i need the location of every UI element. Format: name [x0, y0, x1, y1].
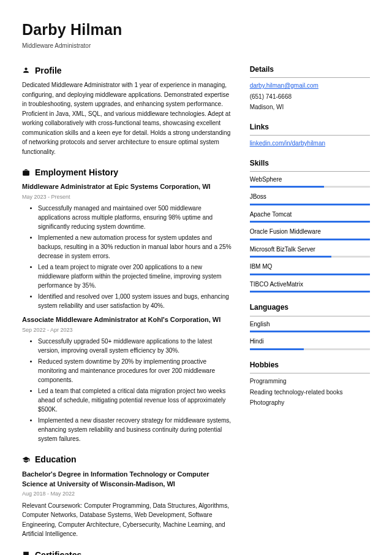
main-column: Profile Dedicated Middleware Administrat… [22, 64, 233, 555]
job-bullet: Successfully managed and maintained over… [38, 204, 233, 231]
details-head: Details [250, 64, 370, 78]
location: Madison, WI [250, 103, 370, 112]
job-entry: Associate Middleware Administrator at Ko… [22, 315, 233, 443]
language: Hindi [250, 337, 370, 350]
skill-bar [250, 221, 370, 223]
skill-bar-fill [250, 291, 370, 293]
skill-name: IBM MQ [250, 262, 370, 272]
language-bar-fill [250, 348, 304, 350]
job-bullet: Led a team project to migrate over 200 a… [38, 262, 233, 290]
language-name: Hindi [250, 337, 370, 346]
job-bullet: Implemented a new disaster recovery stra… [38, 416, 233, 443]
job-bullet: Led a team that completed a critical dat… [38, 386, 233, 414]
skill-bar [250, 256, 370, 258]
skill-bar-fill [250, 239, 370, 240]
employment-section: Employment History Middleware Administra… [22, 166, 233, 443]
language-bar [250, 348, 370, 350]
skill-bar [250, 204, 370, 205]
skill: TIBCO ActiveMatrix [250, 280, 370, 293]
education-dates: Aug 2018 - May 2022 [22, 490, 233, 498]
hobby-item: Programming [250, 377, 370, 386]
language-name: English [250, 320, 370, 329]
job-bullet: Implemented a new automation process for… [38, 233, 233, 261]
job-title: Middleware Administrator at Epic Systems… [22, 182, 233, 192]
skill-bar [250, 239, 370, 240]
skills-head: Skills [250, 158, 370, 172]
role: Middleware Administrator [22, 42, 370, 51]
certificate-icon [22, 551, 30, 555]
language-bar-fill [250, 331, 370, 332]
job-title: Associate Middleware Administrator at Ko… [22, 315, 233, 325]
language: English [250, 320, 370, 333]
languages-section: Languages EnglishHindi [250, 302, 370, 350]
name: Darby Hilman [22, 18, 370, 40]
linkedin-link[interactable]: linkedin.com/in/darbyhilman [250, 140, 325, 147]
hobby-item: Photography [250, 399, 370, 408]
skill: IBM MQ [250, 262, 370, 275]
education-section: Education Bachelor's Degree in Informati… [22, 453, 233, 538]
person-icon [22, 66, 30, 74]
briefcase-icon [22, 169, 30, 177]
side-column: Details darby.hilman@gmail.com (651) 741… [250, 64, 370, 555]
skill-name: Microsoft BizTalk Server [250, 245, 370, 255]
education-entry: Bachelor's Degree in Information Technol… [22, 470, 233, 539]
skill-bar [250, 274, 370, 275]
skill-bar-fill [250, 256, 332, 258]
phone: (651) 741-6668 [250, 93, 370, 102]
hobbies-section: Hobbies ProgrammingReading technology-re… [250, 360, 370, 408]
skill: Oracle Fusion Middleware [250, 228, 370, 240]
job-bullets: Successfully managed and maintained over… [22, 204, 233, 310]
links-head: Links [250, 122, 370, 136]
job-bullets: Successfully upgraded 50+ middleware app… [22, 337, 233, 443]
hobbies-head: Hobbies [250, 360, 370, 373]
language-bar [250, 331, 370, 332]
skill-name: TIBCO ActiveMatrix [250, 280, 370, 289]
job-dates: Sep 2022 - Apr 2023 [22, 326, 233, 334]
education-title: Bachelor's Degree in Information Technol… [22, 470, 233, 489]
skill-name: WebSphere [250, 175, 370, 185]
links-section: Links linkedin.com/in/darbyhilman [250, 122, 370, 148]
skill-bar-fill [250, 186, 325, 188]
skill: Microsoft BizTalk Server [250, 245, 370, 258]
languages-head: Languages [250, 302, 370, 316]
skill: JBoss [250, 193, 370, 205]
certificates-section: Certificates [22, 549, 233, 555]
details-section: Details darby.hilman@gmail.com (651) 741… [250, 64, 370, 112]
skill-bar-fill [250, 204, 370, 205]
profile-text: Dedicated Middleware Administrator with … [22, 80, 233, 156]
profile-section: Profile Dedicated Middleware Administrat… [22, 64, 233, 156]
hobby-item: Reading technology-related books [250, 388, 370, 397]
graduation-cap-icon [22, 456, 30, 464]
skill-bar-fill [250, 274, 370, 275]
skill-bar [250, 291, 370, 293]
skill-name: Apache Tomcat [250, 210, 370, 220]
skill-name: Oracle Fusion Middleware [250, 228, 370, 237]
job-dates: May 2023 - Present [22, 193, 233, 201]
profile-head: Profile [22, 64, 233, 77]
certificates-head: Certificates [22, 549, 233, 555]
job-bullet: Reduced system downtime by 20% by implem… [38, 357, 233, 385]
skill: Apache Tomcat [250, 210, 370, 223]
job-entry: Middleware Administrator at Epic Systems… [22, 182, 233, 310]
content: Profile Dedicated Middleware Administrat… [22, 64, 370, 555]
employment-head: Employment History [22, 166, 233, 178]
education-desc: Relevant Coursework: Computer Programmin… [22, 501, 233, 539]
skill-name: JBoss [250, 193, 370, 202]
skill-bar [250, 186, 370, 188]
skills-section: Skills WebSphereJBossApache TomcatOracle… [250, 158, 370, 293]
email-link[interactable]: darby.hilman@gmail.com [250, 82, 318, 89]
skill: WebSphere [250, 175, 370, 188]
skill-bar-fill [250, 221, 370, 223]
header: Darby Hilman Middleware Administrator [22, 18, 370, 51]
job-bullet: Successfully upgraded 50+ middleware app… [38, 337, 233, 355]
education-head: Education [22, 453, 233, 465]
job-bullet: Identified and resolved over 1,000 syste… [38, 292, 233, 310]
